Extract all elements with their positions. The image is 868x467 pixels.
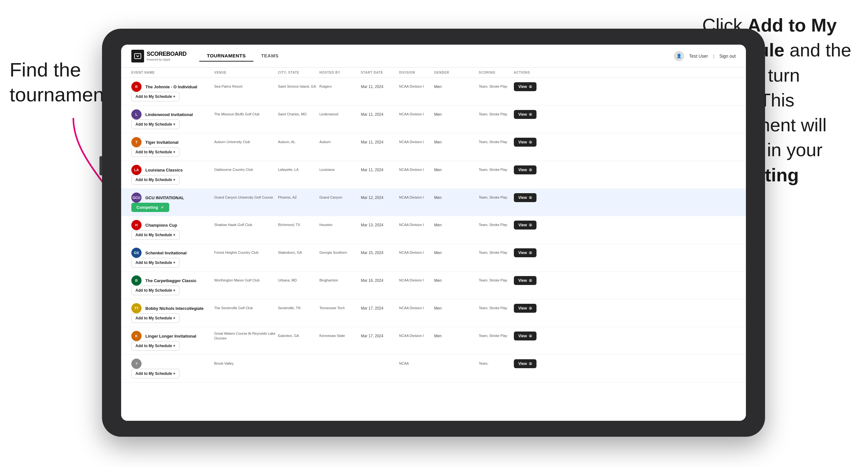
table-row: ? Brook Valley NCAA Team, View ⦿ Add to … [121, 355, 746, 382]
view-label: View [518, 278, 527, 283]
city-state-cell: Sevierville, TN [278, 306, 319, 310]
start-date-cell: Mar 11, 2024 [361, 112, 399, 117]
actions-cell: View ⦿ [514, 193, 552, 202]
view-label: View [518, 85, 527, 89]
event-name-cell: H Champions Cup [131, 220, 214, 230]
start-date-cell: Mar 11, 2024 [361, 139, 399, 145]
division-cell: NCAA [399, 361, 434, 366]
actions-cell: View ⦿ [514, 165, 552, 175]
sign-out-link[interactable]: Sign out [719, 54, 736, 59]
view-button[interactable]: View ⦿ [514, 332, 536, 340]
col-division: DIVISION [399, 71, 434, 74]
scoring-cell: Team, Stroke Play [479, 139, 514, 145]
logo-text-group: SCOREBOARD Powered by clippd [147, 51, 186, 61]
scoring-cell: Team, [479, 361, 514, 366]
competing-cell: Add to My Schedule + [131, 175, 214, 185]
view-button[interactable]: View ⦿ [514, 248, 536, 257]
play-icon: ⦿ [529, 251, 532, 255]
hosted-by-cell: Rutgers [319, 84, 361, 89]
tab-teams[interactable]: TEAMS [253, 50, 286, 62]
add-to-schedule-button[interactable]: Add to My Schedule + [131, 313, 180, 323]
scoring-cell: Team, Stroke Play [479, 222, 514, 227]
col-actions: ACTIONS [514, 71, 552, 74]
view-label: View [518, 195, 527, 200]
gender-cell: Men [434, 334, 479, 339]
view-label: View [518, 223, 527, 227]
event-name-text: The Johnnie - O Individual [145, 85, 197, 89]
gender-cell: Men [434, 84, 479, 90]
user-name: Test User [689, 54, 708, 59]
actions-cell: View ⦿ [514, 359, 552, 368]
division-cell: NCAA Division I [399, 195, 434, 200]
venue-cell: Sea Palms Resort [214, 84, 278, 89]
view-button[interactable]: View ⦿ [514, 193, 536, 202]
division-cell: NCAA Division I [399, 222, 434, 227]
team-logo: K [131, 331, 142, 341]
tablet-frame: SCOREBOARD Powered by clippd TOURNAMENTS… [102, 29, 765, 437]
view-button[interactable]: View ⦿ [514, 82, 536, 91]
table-row: L Lindenwood Invitational The Missouri B… [121, 105, 746, 133]
view-button[interactable]: View ⦿ [514, 276, 536, 285]
city-state-cell: Saint Simons Island, GA [278, 84, 319, 89]
competing-cell: Add to My Schedule + [131, 258, 214, 268]
competing-cell: Add to My Schedule + [131, 92, 214, 101]
start-date-cell: Mar 17, 2024 [361, 306, 399, 311]
add-to-schedule-button[interactable]: Add to My Schedule + [131, 175, 180, 185]
competing-cell: Add to My Schedule + [131, 369, 214, 378]
team-logo: R [131, 82, 142, 92]
event-name-text: GCU INVITATIONAL [145, 195, 184, 200]
actions-cell: View ⦿ [514, 138, 552, 147]
add-schedule-label: Add to My Schedule + [135, 344, 175, 348]
view-button[interactable]: View ⦿ [514, 165, 536, 175]
start-date-cell: Mar 13, 2024 [361, 222, 399, 228]
event-name-text: Linger Longer Invitational [145, 334, 196, 339]
hosted-by-cell: Lindenwood [319, 112, 361, 117]
scoring-cell: Team, Stroke Play [479, 84, 514, 89]
event-name-cell: L Lindenwood Invitational [131, 110, 214, 120]
col-city-state: CITY, STATE [278, 71, 319, 74]
division-cell: NCAA Division I [399, 84, 434, 89]
view-button[interactable]: View ⦿ [514, 359, 536, 368]
view-button[interactable]: View ⦿ [514, 304, 536, 313]
team-logo: TT [131, 303, 142, 313]
table-row: T Tiger Invitational Auburn University C… [121, 133, 746, 161]
add-schedule-label: Add to My Schedule + [135, 94, 175, 99]
event-name-text: Tiger Invitational [145, 140, 179, 145]
competing-button[interactable]: Competing ✓ [131, 203, 169, 212]
logo-icon [131, 50, 144, 62]
event-name-text: Champions Cup [145, 223, 177, 227]
add-to-schedule-button[interactable]: Add to My Schedule + [131, 230, 180, 240]
table-container[interactable]: EVENT NAME VENUE CITY, STATE HOSTED BY S… [121, 68, 746, 421]
hosted-by-cell: Auburn [319, 139, 361, 145]
view-button[interactable]: View ⦿ [514, 110, 536, 119]
tablet-screen: SCOREBOARD Powered by clippd TOURNAMENTS… [121, 44, 746, 421]
competing-cell: Competing ✓ [131, 203, 214, 212]
view-label: View [518, 362, 527, 366]
add-to-schedule-button[interactable]: Add to My Schedule + [131, 341, 180, 351]
competing-cell: Add to My Schedule + [131, 230, 214, 240]
col-gender: GENDER [434, 71, 479, 74]
add-to-schedule-button[interactable]: Add to My Schedule + [131, 147, 180, 157]
table-row: K Linger Longer Invitational Great Water… [121, 327, 746, 355]
start-date-cell: Mar 17, 2024 [361, 334, 399, 339]
start-date-cell: Mar 11, 2024 [361, 167, 399, 173]
view-button[interactable]: View ⦿ [514, 221, 536, 229]
tab-tournaments[interactable]: TOURNAMENTS [199, 50, 253, 62]
view-button[interactable]: View ⦿ [514, 138, 536, 147]
city-state-cell: Phoenix, AZ [278, 195, 319, 200]
add-to-schedule-button[interactable]: Add to My Schedule + [131, 120, 180, 129]
play-icon: ⦿ [529, 113, 532, 116]
logo-area: SCOREBOARD Powered by clippd [131, 50, 186, 62]
add-to-schedule-button[interactable]: Add to My Schedule + [131, 258, 180, 268]
division-cell: NCAA Division I [399, 250, 434, 255]
competing-cell: Add to My Schedule + [131, 286, 214, 295]
play-icon: ⦿ [529, 223, 532, 227]
add-to-schedule-button[interactable]: Add to My Schedule + [131, 286, 180, 295]
add-to-schedule-button[interactable]: Add to My Schedule + [131, 92, 180, 101]
start-date-cell: Mar 12, 2024 [361, 195, 399, 200]
view-label: View [518, 140, 527, 145]
separator: | [713, 54, 714, 59]
division-cell: NCAA Division I [399, 112, 434, 117]
venue-cell: Brook Valley [214, 361, 278, 366]
add-to-schedule-button[interactable]: Add to My Schedule + [131, 369, 180, 378]
